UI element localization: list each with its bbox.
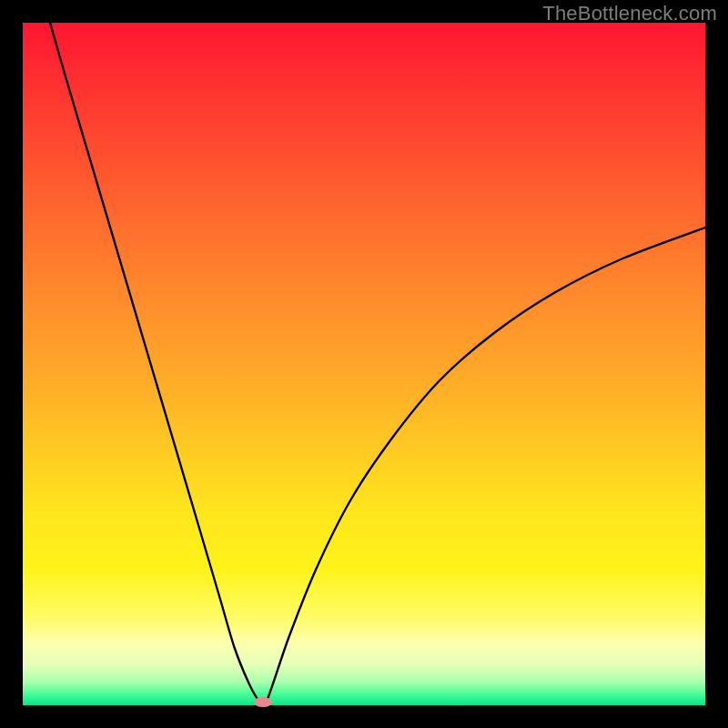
watermark-text: TheBottleneck.com	[542, 2, 717, 25]
bottleneck-curve	[23, 23, 705, 705]
chart-frame: TheBottleneck.com	[0, 0, 728, 728]
optimum-marker	[254, 697, 272, 707]
plot-area	[23, 23, 705, 705]
